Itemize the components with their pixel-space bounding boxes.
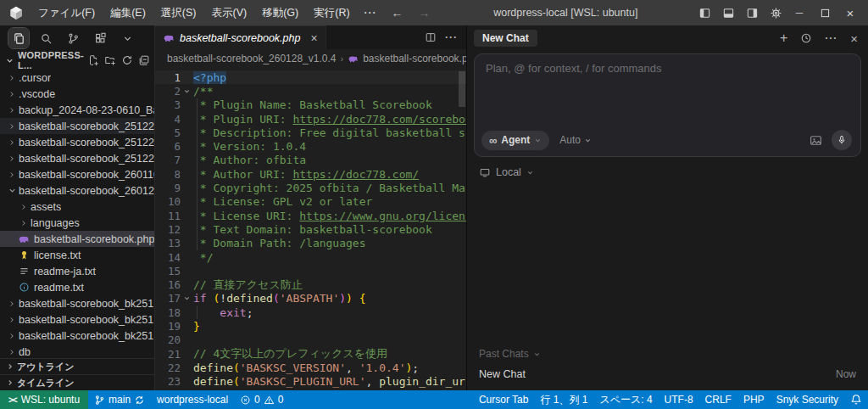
indent-guide — [197, 126, 198, 139]
chat-input-box[interactable]: Plan, @ for context, / for commands ∞ Ag… — [474, 53, 861, 157]
layout-panel-bottom-icon[interactable] — [717, 2, 739, 24]
tree-item[interactable]: license.txt — [0, 247, 154, 263]
fold-chevron-icon[interactable] — [181, 87, 193, 95]
extensions-icon[interactable] — [90, 28, 110, 48]
remote-indicator[interactable]: >< WSL: ubuntu — [0, 390, 88, 409]
breadcrumb[interactable]: basketball-scorebook_260128_v1.0.4 › bas… — [155, 49, 466, 68]
layout-sidebar-right-icon[interactable] — [741, 2, 763, 24]
tree-item[interactable]: basketball-scorebook_251224... — [0, 134, 154, 150]
tab-close-icon[interactable]: × — [310, 31, 317, 45]
image-attach-icon[interactable] — [809, 133, 823, 148]
chat-tab-new-chat[interactable]: New Chat — [474, 30, 537, 47]
indent-guide — [197, 154, 198, 167]
code-line: 16// 直接アクセス防止 — [155, 277, 466, 291]
code-line: 4 * Plugin URI: https://doc778.com/score… — [155, 112, 466, 126]
line-number: 16 — [155, 278, 181, 291]
new-folder-icon[interactable] — [104, 54, 116, 66]
history-item-label: New Chat — [479, 368, 526, 380]
search-icon[interactable] — [36, 28, 56, 48]
split-editor-icon[interactable] — [425, 31, 437, 43]
outline-section[interactable]: アウトライン — [0, 358, 154, 374]
agent-label: Agent — [501, 134, 530, 146]
tree-item[interactable]: basketball-scorebook_260110... — [0, 166, 154, 182]
tree-item[interactable]: readme.txt — [0, 279, 154, 295]
problems-indicator[interactable]: 0 0 — [234, 390, 289, 409]
line-number: 14 — [155, 251, 181, 264]
tree-item[interactable]: basketball-scorebook.php — [0, 231, 154, 247]
menu-item[interactable]: 表示(V) — [203, 0, 254, 25]
minimize-button[interactable]: ─ — [787, 0, 812, 25]
bell-icon[interactable] — [844, 390, 868, 409]
line-number: 8 — [155, 168, 181, 181]
code-line: 22define('BASKSC_VERSION', '1.0.4'); — [155, 361, 466, 374]
tree-item-label: basketball-scorebook_bk251... — [19, 298, 154, 310]
fold-chevron-icon[interactable] — [181, 294, 193, 302]
code-text: define('BASKSC_PLUGIN_URL', plugin_dir_u… — [193, 375, 466, 388]
tree-item[interactable]: basketball-scorebook_251221... — [0, 118, 154, 134]
tree-item-label: basketball-scorebook_251221... — [19, 120, 154, 132]
tab-basketball-scorebook-php[interactable]: basketball-scorebook.php × — [155, 25, 326, 49]
collapse-all-icon[interactable] — [138, 54, 150, 66]
tree-item[interactable]: basketball-scorebook_bk251... — [0, 328, 154, 344]
chat-close-icon[interactable]: × — [850, 31, 858, 46]
context-local-dropdown[interactable]: Local — [479, 166, 868, 178]
more-actions-icon[interactable]: ··· — [445, 31, 458, 43]
menu-item[interactable]: 移動(G) — [254, 0, 306, 25]
git-branch-indicator[interactable]: main — [88, 390, 151, 409]
explorer-header[interactable]: WORDPRESS-L... — [0, 51, 154, 70]
tree-item[interactable]: backup_2024-08-23-0610_Ba... — [0, 102, 154, 118]
status-item-utf-8[interactable]: UTF-8 — [659, 390, 699, 409]
status-item--4[interactable]: スペース: 4 — [593, 390, 658, 409]
breadcrumb-file[interactable]: basketball-scorebook.php — [363, 53, 479, 64]
breadcrumb-folder[interactable]: basketball-scorebook_260128_v1.0.4 — [167, 53, 336, 64]
source-control-icon[interactable] — [63, 28, 83, 48]
chevron-right-icon — [5, 90, 19, 98]
chat-input-placeholder: Plan, @ for context, / for commands — [486, 62, 662, 75]
tree-item[interactable]: basketball-scorebook_bk251... — [0, 295, 154, 311]
chat-more-icon[interactable]: ··· — [825, 32, 837, 44]
new-file-icon[interactable] — [87, 54, 99, 66]
tree-item[interactable]: .vscode — [0, 86, 154, 102]
refresh-icon[interactable] — [121, 54, 133, 66]
menu-item[interactable]: 選択(S) — [153, 0, 204, 25]
status-item-crlf[interactable]: CRLF — [699, 390, 737, 409]
tree-item[interactable]: readme-ja.txt — [0, 263, 154, 279]
tree-item[interactable]: languages — [0, 215, 154, 231]
maximize-button[interactable] — [812, 0, 837, 25]
back-arrow-icon[interactable]: ← — [384, 6, 411, 20]
menu-item[interactable]: 実行(R) — [306, 0, 357, 25]
layout-sidebar-left-icon[interactable] — [693, 2, 715, 24]
tree-item[interactable]: basketball-scorebook_251228... — [0, 150, 154, 166]
new-chat-plus-icon[interactable]: + — [780, 31, 787, 46]
history-clock-icon[interactable] — [800, 32, 812, 44]
menu-overflow-icon[interactable]: ··· — [358, 7, 384, 19]
menu-item[interactable]: ファイル(F) — [31, 0, 103, 25]
microphone-button[interactable] — [832, 130, 852, 150]
explorer-icon[interactable] — [8, 28, 29, 48]
forward-arrow-icon[interactable]: → — [411, 6, 438, 20]
chevron-down-icon[interactable] — [117, 28, 137, 48]
code-line: 7 * Author: ofbita — [155, 154, 466, 167]
line-number: 10 — [155, 195, 181, 208]
tree-item[interactable]: db — [0, 344, 154, 358]
menu-item[interactable]: 編集(E) — [103, 0, 153, 25]
past-chats-toggle[interactable]: Past Chats — [467, 348, 868, 365]
close-button[interactable]: × — [837, 0, 863, 25]
code-editor[interactable]: 1<?php2/**3 * Plugin Name: Basketball Sc… — [155, 68, 466, 390]
status-item-snyk-security[interactable]: Snyk Security — [771, 390, 844, 409]
chat-history-item[interactable]: New Chat Now — [467, 365, 868, 390]
tree-item[interactable]: basketball-scorebook_260128... — [0, 182, 154, 199]
status-item-cursor-tab[interactable]: Cursor Tab — [473, 390, 534, 409]
timeline-section[interactable]: タイムライン — [0, 374, 154, 390]
gear-icon[interactable] — [765, 2, 787, 24]
model-dropdown[interactable]: Auto — [559, 134, 592, 146]
agent-mode-dropdown[interactable]: ∞ Agent — [481, 131, 549, 150]
status-item-php[interactable]: PHP — [737, 390, 771, 409]
tree-item[interactable]: basketball-scorebook_bk251... — [0, 311, 154, 328]
workspace-indicator[interactable]: wordpress-local — [151, 390, 234, 409]
status-item--1-1[interactable]: 行 1、列 1 — [534, 390, 593, 409]
git-branch-icon — [94, 395, 105, 406]
line-number: 7 — [155, 154, 181, 166]
tree-item[interactable]: assets — [0, 199, 154, 215]
tree-item[interactable]: .cursor — [0, 70, 154, 86]
